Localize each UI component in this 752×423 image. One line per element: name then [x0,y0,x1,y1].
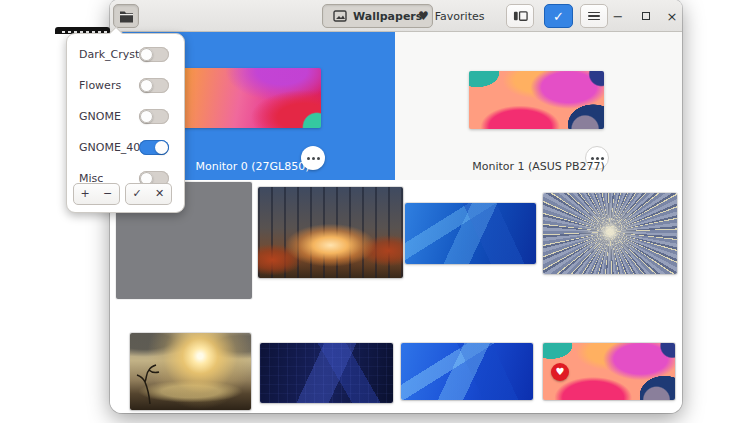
dual-display-icon [513,10,528,22]
popover-actions: + − ✓ ✕ [67,183,184,205]
monitor-1-panel[interactable]: Monitor 1 (ASUS PB277) [395,32,682,180]
cancel-folders-button[interactable]: ✕ [148,183,172,205]
folders-popover: Dark_Crystal Flowers GNOME GNOME_40 Misc [66,33,185,213]
thumbnail-aerial-snowy-forest[interactable] [543,193,677,274]
heart-badge-icon: ♥ [556,366,565,377]
confirm-folders-button[interactable]: ✓ [125,183,149,205]
tree-silhouette [136,363,170,405]
remove-icon: − [103,187,112,200]
thumbnail-autumn-forest[interactable] [258,187,403,278]
maximize-icon [642,12,650,20]
favorite-badge: ♥ [551,363,569,381]
folder-open-icon [119,10,134,23]
select-folders-button[interactable] [113,4,139,28]
close-icon: × [667,9,678,24]
close-button[interactable]: × [662,6,682,26]
add-folder-button[interactable]: + [73,183,97,205]
folder-name: GNOME [79,110,139,123]
minimize-button[interactable]: − [608,6,628,26]
headerbar: Wallpapers ♥ Favorites ✓ − [110,0,682,32]
folder-name: GNOME_40 [79,141,139,154]
wallpapers-icon [333,10,347,22]
tab-favorites-label: Favorites [435,10,485,23]
thumbnail-dark-navy-geometric[interactable] [260,343,393,403]
screen: Wallpapers ♥ Favorites ✓ − [0,0,752,423]
maximize-button[interactable] [636,6,656,26]
folder-row-gnome[interactable]: GNOME [67,101,184,132]
add-icon: + [80,187,89,200]
monitors-row: Monitor 0 (27GL850) Monitor 1 (ASUS PB27… [110,32,682,180]
monitor-1-wallpaper-preview [469,71,604,129]
cancel-icon: ✕ [155,187,164,200]
main-menu-button[interactable] [580,4,608,28]
folder-toggle-gnome-40[interactable] [139,140,169,155]
apply-wallpaper-button[interactable]: ✓ [544,4,573,28]
folder-list: Dark_Crystal Flowers GNOME GNOME_40 Misc [67,39,184,186]
heart-icon: ♥ [418,9,429,23]
thumbnail-gnome40-abstract[interactable]: ♥ [543,343,675,400]
wallpaper-grid: ♥ [110,180,682,413]
folder-row-flowers[interactable]: Flowers [67,70,184,101]
app-window: Wallpapers ♥ Favorites ✓ − [110,0,682,413]
folder-name: Flowers [79,79,139,92]
folder-row-dark-crystal[interactable]: Dark_Crystal [67,39,184,70]
hamburger-menu-icon [588,12,600,21]
tab-favorites[interactable]: ♥ Favorites [408,4,494,28]
monitor-span-button[interactable] [506,4,534,28]
folder-toggle-gnome[interactable] [139,109,169,124]
folder-toggle-dark-crystal[interactable] [139,47,169,62]
folder-name: Dark_Crystal [79,48,139,61]
monitor-1-label: Monitor 1 (ASUS PB277) [395,160,682,173]
minimize-icon: − [613,9,624,24]
remove-folder-button[interactable]: − [96,183,120,205]
folder-toggle-flowers[interactable] [139,78,169,93]
apply-icon: ✓ [132,187,141,200]
thumbnail-sunset-dead-tree[interactable] [130,333,251,410]
thumbnail-blue-geometric[interactable] [405,203,536,264]
popover-arrow [107,26,123,34]
monitor-0-wallpaper-preview [182,68,321,128]
folder-row-gnome-40[interactable]: GNOME_40 [67,132,184,163]
thumbnail-bright-blue-geometric[interactable] [401,343,533,400]
check-icon: ✓ [553,9,564,24]
